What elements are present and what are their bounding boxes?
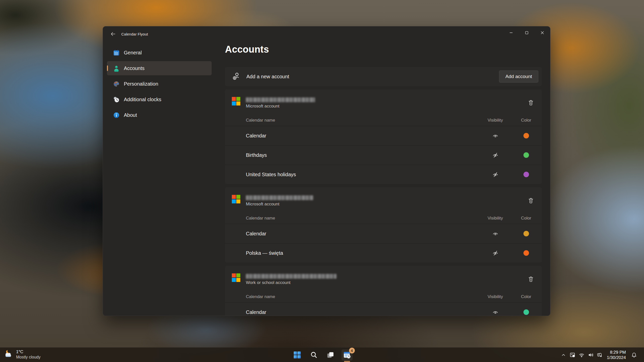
calendar-row: United States holidays [225,165,542,184]
ms-red [232,97,236,101]
weather-condition: Mostly cloudy [16,354,41,360]
search-icon [310,351,318,359]
minimize-button[interactable] [503,26,519,39]
account-email-redacted [246,274,336,279]
sidebar-item-about[interactable]: About [107,108,212,122]
calendar-row: Polska — święta [225,243,542,263]
calendar-name: Calendar [225,231,480,237]
add-account-button[interactable]: Add account [499,70,538,83]
calendar-icon [113,49,120,56]
color-swatch[interactable] [523,309,529,315]
delete-account-button[interactable] [525,97,536,108]
trash-icon [527,197,534,204]
visibility-toggle[interactable] [480,171,510,178]
main-content: Accounts Add a new account Add account [225,44,542,316]
color-header: Color [510,118,542,123]
selected-accent-pill [107,65,108,71]
account-card: Work or school account Calendar name Vis… [225,266,542,316]
visibility-toggle[interactable] [480,133,510,139]
calendar-name: Polska — święta [225,250,480,256]
wifi-button[interactable] [577,349,586,360]
account-email-redacted [246,97,315,102]
color-cell [510,309,542,315]
task-view-button[interactable] [325,349,336,360]
visibility-toggle[interactable] [480,309,510,315]
sidebar-item-label: General [124,50,142,56]
close-button[interactable] [535,26,550,39]
task-view-icon [327,351,334,359]
column-headers: Calendar name Visibility Color [225,291,542,302]
calendar-row: Calendar [225,302,542,316]
minimize-icon [509,31,513,34]
color-cell [510,152,542,158]
active-app-indicator [344,361,350,362]
color-cell [510,133,542,138]
eye-off-icon [492,171,499,178]
person-icon [113,65,120,72]
back-button[interactable] [107,29,119,40]
microsoft-logo-icon [232,195,240,207]
calendar-name: Calendar [225,309,480,315]
tray-app-button[interactable] [568,349,577,360]
add-account-label: Add a new account [246,74,289,80]
maximize-button[interactable] [519,26,535,39]
color-swatch[interactable] [523,152,529,158]
titlebar: Calendar Flyout [103,26,550,43]
sidebar-item-label: About [124,112,137,118]
energy-saver-button[interactable] [595,349,604,360]
microsoft-logo-icon [232,97,240,109]
calendar-name-header: Calendar name [225,294,480,299]
weather-icon [4,349,14,360]
calendar-name-header: Calendar name [225,118,480,123]
delete-account-button[interactable] [525,273,536,284]
chevron-up-icon [561,352,566,358]
calendar-row: Birthdays [225,145,542,165]
color-swatch[interactable] [523,172,529,177]
eye-icon [492,231,499,237]
volume-button[interactable] [586,349,595,360]
color-swatch[interactable] [523,250,529,256]
eye-icon [492,133,499,139]
sidebar-item-general[interactable]: General [107,46,212,60]
add-account-card: Add a new account Add account [225,67,542,86]
clock-time: 8:29 PM [607,350,626,355]
weather-text: 1°C Mostly cloudy [16,349,41,360]
taskbar-center: 4 [292,349,353,360]
page-title: Accounts [225,44,542,55]
sidebar-item-additional-clocks[interactable]: Additional clocks [107,92,212,106]
account-email-redacted [246,195,313,200]
trash-icon [527,99,534,106]
sidebar-item-label: Personalization [124,81,158,87]
visibility-toggle[interactable] [480,231,510,237]
delete-account-button[interactable] [525,195,536,206]
start-button[interactable] [292,349,303,360]
account-header: Work or school account [225,266,542,285]
microsoft-logo-icon [232,273,240,285]
search-button[interactable] [308,349,319,360]
info-icon [113,112,120,119]
show-hidden-icons-button[interactable] [559,349,568,360]
calendar-app-button[interactable]: 4 [342,349,353,360]
visibility-header: Visibility [480,294,510,299]
account-card: Microsoft account Calendar name Visibili… [225,187,542,263]
color-cell [510,250,542,256]
calendar-name: Birthdays [225,152,480,158]
sidebar-item-label: Accounts [124,65,144,71]
trash-icon [527,276,534,282]
calendar-badge: 4 [349,348,355,353]
account-header: Microsoft account [225,187,542,207]
notification-center-button[interactable] [629,349,638,360]
weather-widget[interactable]: 1°C Mostly cloudy [4,349,41,360]
sidebar-item-accounts[interactable]: Accounts [107,61,212,75]
color-swatch[interactable] [523,231,529,236]
taskbar-clock[interactable]: 8:29 PM 1/30/2024 [607,350,626,360]
calendar-name: Calendar [225,133,480,139]
visibility-toggle[interactable] [480,152,510,158]
account-type: Work or school account [246,280,336,285]
color-swatch[interactable] [523,133,529,138]
speaker-icon [588,352,594,358]
sidebar-item-personalization[interactable]: Personalization [107,77,212,91]
visibility-toggle[interactable] [480,250,510,256]
sidebar: General Accounts [107,46,212,124]
palette-icon [113,81,120,87]
